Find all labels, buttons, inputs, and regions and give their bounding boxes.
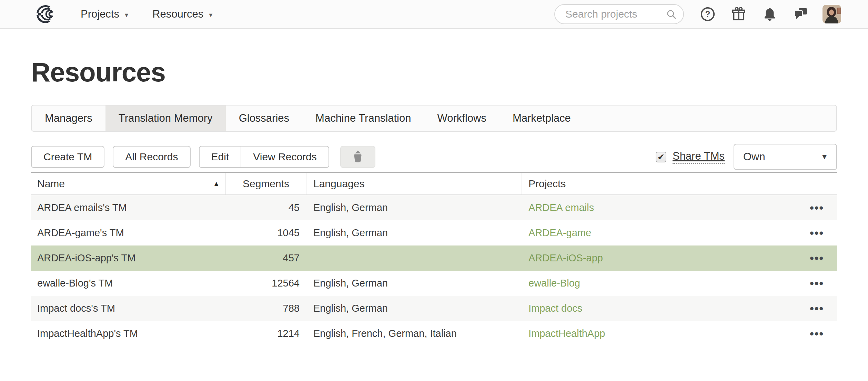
row-actions-menu-icon[interactable]: •••	[807, 200, 827, 215]
top-navbar: Projects ▾ Resources ▾ ?	[0, 0, 868, 29]
table-row[interactable]: ARDEA emails's TM 45 English, German ARD…	[31, 195, 837, 220]
project-link[interactable]: ImpactHealthApp	[528, 328, 605, 339]
notifications-bell-icon[interactable]	[762, 6, 778, 22]
table-row[interactable]: ARDEA-game's TM 1045 English, German ARD…	[31, 220, 837, 245]
sort-asc-icon: ▲	[213, 180, 220, 188]
nav-menu-resources-label: Resources	[152, 8, 203, 20]
tm-projects: ARDEA-iOS-app •••	[522, 250, 837, 266]
select-arrow-icon: ▼	[821, 153, 828, 161]
tm-table: Name ▲ Segments Languages Projects ARDEA…	[31, 172, 837, 346]
tm-projects: ImpactHealthApp •••	[522, 326, 837, 341]
chevron-down-icon: ▾	[209, 9, 212, 19]
column-header-projects[interactable]: Projects	[522, 173, 837, 194]
page-title: Resources	[31, 59, 837, 86]
table-row-selected[interactable]: ARDEA-iOS-app's TM 457 ARDEA-iOS-app •••	[31, 245, 837, 271]
tm-segments: 457	[226, 252, 306, 264]
tm-segments: 1214	[226, 328, 306, 339]
tm-table-body: ARDEA emails's TM 45 English, German ARD…	[31, 195, 837, 346]
table-row[interactable]: ewalle-Blog's TM 12564 English, German e…	[31, 271, 837, 296]
checkmark-icon: ✔	[657, 152, 665, 162]
tm-segments: 788	[226, 303, 306, 314]
tm-projects: ARDEA emails •••	[522, 200, 837, 215]
all-records-button[interactable]: All Records	[113, 146, 190, 168]
tm-languages: English, German	[306, 303, 522, 314]
tm-name: ImpactHealthApp's TM	[31, 328, 226, 339]
tm-projects: ewalle-Blog •••	[522, 275, 837, 291]
navbar-icon-group: ?	[700, 6, 809, 22]
help-icon[interactable]: ?	[700, 6, 716, 22]
project-link[interactable]: Impact docs	[528, 303, 582, 314]
tm-scope-selected-value: Own	[743, 151, 765, 163]
tab-managers[interactable]: Managers	[32, 106, 105, 131]
trash-icon	[350, 149, 365, 165]
messages-icon[interactable]	[793, 6, 809, 22]
tab-marketplace[interactable]: Marketplace	[499, 106, 584, 131]
tab-translation-memory[interactable]: Translation Memory	[105, 106, 226, 131]
toolbar-right-group: ✔ Share TMs Own ▼	[656, 144, 837, 170]
share-tms-label[interactable]: Share TMs	[673, 150, 725, 164]
tm-name: ARDEA-iOS-app's TM	[31, 252, 226, 264]
search-icon	[665, 8, 678, 22]
tm-toolbar: Create TM All Records Edit View Records …	[31, 143, 837, 170]
project-search	[554, 4, 684, 24]
tab-workflows[interactable]: Workflows	[424, 106, 499, 131]
tab-machine-translation[interactable]: Machine Translation	[302, 106, 424, 131]
view-records-button[interactable]: View Records	[241, 147, 329, 167]
row-actions-menu-icon[interactable]: •••	[807, 301, 827, 316]
tm-languages: English, German	[306, 202, 522, 213]
nav-menu-projects-label: Projects	[81, 8, 119, 20]
tm-segments: 1045	[226, 227, 306, 239]
tm-name: Impact docs's TM	[31, 303, 226, 314]
resources-tabbar: Managers Translation Memory Glossaries M…	[31, 105, 837, 132]
project-link[interactable]: ARDEA-game	[528, 227, 591, 239]
nav-menu-resources[interactable]: Resources ▾	[152, 8, 212, 20]
user-avatar[interactable]	[822, 5, 841, 23]
tm-languages: English, German	[306, 278, 522, 289]
tab-glossaries[interactable]: Glossaries	[226, 106, 302, 131]
row-actions-menu-icon[interactable]: •••	[807, 275, 827, 291]
tm-name: ewalle-Blog's TM	[31, 278, 226, 289]
project-link[interactable]: ewalle-Blog	[528, 278, 580, 289]
app-logo-icon[interactable]	[33, 4, 59, 24]
project-link[interactable]: ARDEA-iOS-app	[528, 252, 603, 264]
project-link[interactable]: ARDEA emails	[528, 202, 594, 213]
delete-tm-button[interactable]	[340, 146, 375, 168]
svg-text:?: ?	[705, 9, 710, 19]
column-header-languages[interactable]: Languages	[306, 173, 522, 194]
column-header-segments[interactable]: Segments	[226, 173, 306, 194]
row-actions-menu-icon[interactable]: •••	[807, 326, 827, 341]
tm-table-header: Name ▲ Segments Languages Projects	[31, 172, 837, 195]
tm-segments: 45	[226, 202, 306, 213]
table-row[interactable]: Impact docs's TM 788 English, German Imp…	[31, 296, 837, 321]
edit-view-button-group: Edit View Records	[199, 146, 329, 168]
row-actions-menu-icon[interactable]: •••	[807, 250, 827, 266]
main-nav: Projects ▾ Resources ▾	[81, 8, 212, 20]
tm-languages: English, French, German, Italian	[306, 328, 522, 339]
tm-projects: Impact docs •••	[522, 301, 837, 316]
search-input[interactable]	[554, 4, 684, 24]
row-actions-menu-icon[interactable]: •••	[807, 225, 827, 241]
column-header-name[interactable]: Name ▲	[31, 173, 226, 194]
create-tm-button[interactable]: Create TM	[31, 146, 104, 168]
tm-name: ARDEA emails's TM	[31, 202, 226, 213]
tm-languages: English, German	[306, 227, 522, 239]
share-tms-checkbox[interactable]: ✔	[656, 152, 666, 162]
edit-button[interactable]: Edit	[200, 147, 241, 167]
main-content: Resources Managers Translation Memory Gl…	[0, 59, 868, 346]
table-row[interactable]: ImpactHealthApp's TM 1214 English, Frenc…	[31, 321, 837, 346]
tm-projects: ARDEA-game •••	[522, 225, 837, 241]
nav-menu-projects[interactable]: Projects ▾	[81, 8, 128, 20]
tm-scope-select[interactable]: Own ▼	[734, 144, 837, 170]
chevron-down-icon: ▾	[125, 9, 128, 19]
gift-icon[interactable]	[731, 6, 747, 22]
tm-name: ARDEA-game's TM	[31, 227, 226, 239]
tm-segments: 12564	[226, 278, 306, 289]
